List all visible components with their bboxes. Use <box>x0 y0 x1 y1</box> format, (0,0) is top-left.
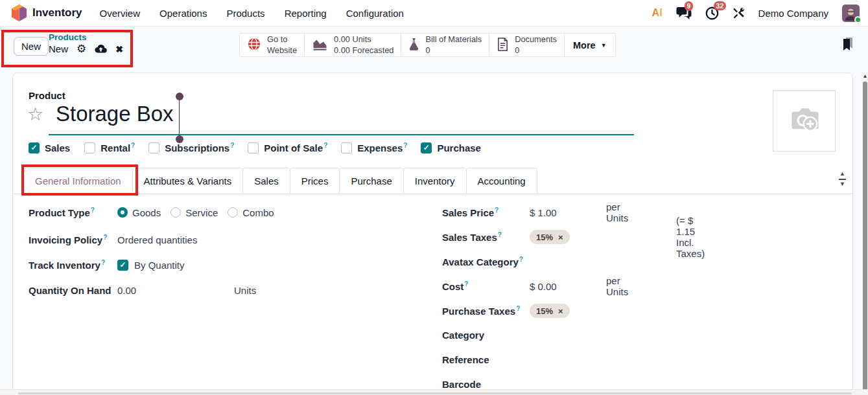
field-sales-taxes: Sales Taxes? 15% × (= $ 1.15 Incl. Taxes… <box>442 230 570 244</box>
main-menu: Overview Operations Products Reporting C… <box>100 8 404 19</box>
sales-checkbox[interactable]: ✓ <box>29 142 40 153</box>
ai-button[interactable]: AI <box>652 7 663 19</box>
actions-gear-icon[interactable]: ⚙ <box>76 43 86 54</box>
documents-button[interactable]: Documents 0 <box>489 33 565 57</box>
help-icon: ? <box>498 231 502 238</box>
radio-combo[interactable]: Combo <box>228 207 274 218</box>
toggle-expenses[interactable]: Expenses? <box>341 142 407 153</box>
notebook-pager[interactable]: ▲ ▼ <box>839 171 846 188</box>
selection-handle-top[interactable] <box>176 93 183 100</box>
expenses-checkbox[interactable] <box>341 142 352 153</box>
messages-icon[interactable]: 9 <box>676 6 692 19</box>
field-sales-price: Sales Price? $ 1.00 per Units <box>442 205 606 220</box>
quantity-uom[interactable]: Units <box>234 285 256 296</box>
radio-service[interactable]: Service <box>170 207 218 218</box>
product-toggles-row: ✓ Sales Rental? Subscriptions? Point of … <box>29 142 482 153</box>
scroll-down-icon: ▼ <box>839 181 845 188</box>
company-switcher[interactable]: Demo Company <box>758 8 828 19</box>
inventory-app-icon[interactable] <box>12 5 27 21</box>
vertical-scrollbar[interactable]: ▲ <box>862 73 868 395</box>
activities-clock-icon[interactable]: 32 <box>705 6 719 20</box>
more-dropdown-button[interactable]: More ▼ <box>564 33 616 57</box>
product-image-upload[interactable] <box>773 90 836 152</box>
stat-button-box: Go to Website 0.00 Units 0.00 Forecasted <box>239 33 615 57</box>
purchase-checkbox[interactable]: ✓ <box>421 142 432 153</box>
field-invoicing-policy: Invoicing Policy? Ordered quantities <box>29 232 197 247</box>
discard-icon[interactable]: ✖ <box>115 45 123 54</box>
field-category: Category <box>442 328 530 342</box>
odoo-inventory-screen: Inventory Overview Operations Products R… <box>0 0 868 395</box>
vertical-scrollbar-thumb[interactable] <box>863 82 867 394</box>
field-product-type: Product Type? Goods Service Combo <box>29 205 274 220</box>
menu-reporting[interactable]: Reporting <box>285 8 327 19</box>
horizontal-scrollbar[interactable] <box>0 389 868 395</box>
app-name[interactable]: Inventory <box>32 6 82 19</box>
tax-included-note: (= $ 1.15 Incl. Taxes) <box>676 215 705 259</box>
sales-price-per-uom: per Units <box>606 201 628 223</box>
bill-of-materials-button[interactable]: Bill of Materials 0 <box>401 33 489 57</box>
menu-operations[interactable]: Operations <box>159 8 207 19</box>
field-avatax-category: Avatax Category? <box>442 254 530 269</box>
tab-prices[interactable]: Prices <box>290 168 340 194</box>
toggle-sales[interactable]: ✓ Sales <box>29 142 71 153</box>
cost-input[interactable]: $ 0.00 <box>530 281 606 292</box>
scrollbar-up-arrow[interactable]: ▲ <box>862 73 868 79</box>
menu-overview[interactable]: Overview <box>100 8 141 19</box>
point-of-sale-checkbox[interactable] <box>248 142 259 153</box>
checkmark-icon: ✓ <box>119 260 126 269</box>
online-status-dot <box>854 16 862 23</box>
tab-inventory[interactable]: Inventory <box>403 168 467 194</box>
toggle-point-of-sale[interactable]: Point of Sale? <box>248 142 327 153</box>
breadcrumb: Products New ⚙ ✖ <box>49 32 123 54</box>
toggle-rental[interactable]: Rental? <box>84 142 135 153</box>
tab-purchase[interactable]: Purchase <box>339 168 403 194</box>
checkmark-icon: ✓ <box>30 143 37 152</box>
pager-divider <box>839 179 846 180</box>
tools-icon[interactable] <box>733 7 745 19</box>
top-navbar: Inventory Overview Operations Products R… <box>0 0 868 27</box>
menu-configuration[interactable]: Configuration <box>346 8 404 19</box>
tab-accounting[interactable]: Accounting <box>466 168 537 194</box>
purchase-tax-tag[interactable]: 15% × <box>530 304 570 318</box>
bookmark-icon[interactable] <box>841 37 854 54</box>
field-reference: Reference <box>442 352 530 367</box>
checkmark-icon: ✓ <box>423 143 430 152</box>
product-name-input[interactable]: Storage Box <box>56 102 174 126</box>
camera-plus-icon <box>786 104 823 138</box>
cost-per-uom: per Units <box>606 275 628 297</box>
quantity-on-hand-value[interactable]: 0.00 <box>117 285 136 296</box>
tab-attributes-variants[interactable]: Attributes & Variants <box>132 168 244 194</box>
favorite-star-icon[interactable]: ☆ <box>27 106 43 124</box>
goto-website-button[interactable]: Go to Website <box>239 33 305 57</box>
help-icon: ? <box>519 256 523 263</box>
activities-badge: 32 <box>714 1 727 11</box>
help-icon: ? <box>323 142 327 149</box>
help-icon: ? <box>131 142 135 149</box>
remove-tag-icon[interactable]: × <box>558 232 563 242</box>
radio-goods[interactable]: Goods <box>117 207 161 218</box>
menu-products[interactable]: Products <box>226 8 264 19</box>
units-forecasted-button[interactable]: 0.00 Units 0.00 Forecasted <box>304 33 401 57</box>
save-cloud-icon[interactable] <box>95 44 107 54</box>
navbar-systray: AI 9 32 Demo Company <box>652 5 860 22</box>
invoicing-policy-select[interactable]: Ordered quantities <box>117 234 197 245</box>
track-inventory-mode[interactable]: By Quantity <box>134 260 185 271</box>
track-inventory-checkbox[interactable]: ✓ <box>117 260 128 271</box>
horizontal-scrollbar-thumb[interactable] <box>18 392 852 394</box>
tab-sales[interactable]: Sales <box>242 168 290 194</box>
toggle-subscriptions[interactable]: Subscriptions? <box>148 142 234 153</box>
area-chart-icon <box>312 38 328 53</box>
remove-tag-icon[interactable]: × <box>558 306 563 316</box>
subscriptions-checkbox[interactable] <box>148 142 159 153</box>
tab-general-information[interactable]: General Information <box>23 168 133 194</box>
help-icon: ? <box>495 207 499 214</box>
breadcrumb-current: New <box>49 43 68 54</box>
messages-badge: 9 <box>685 1 694 11</box>
new-button[interactable]: New <box>14 37 49 56</box>
sales-tax-tag[interactable]: 15% × <box>530 230 570 244</box>
sales-price-input[interactable]: $ 1.00 <box>530 207 606 218</box>
user-avatar[interactable] <box>842 5 860 22</box>
rental-checkbox[interactable] <box>84 142 95 153</box>
toggle-purchase[interactable]: ✓ Purchase <box>421 142 482 153</box>
breadcrumb-products-link[interactable]: Products <box>49 32 123 42</box>
